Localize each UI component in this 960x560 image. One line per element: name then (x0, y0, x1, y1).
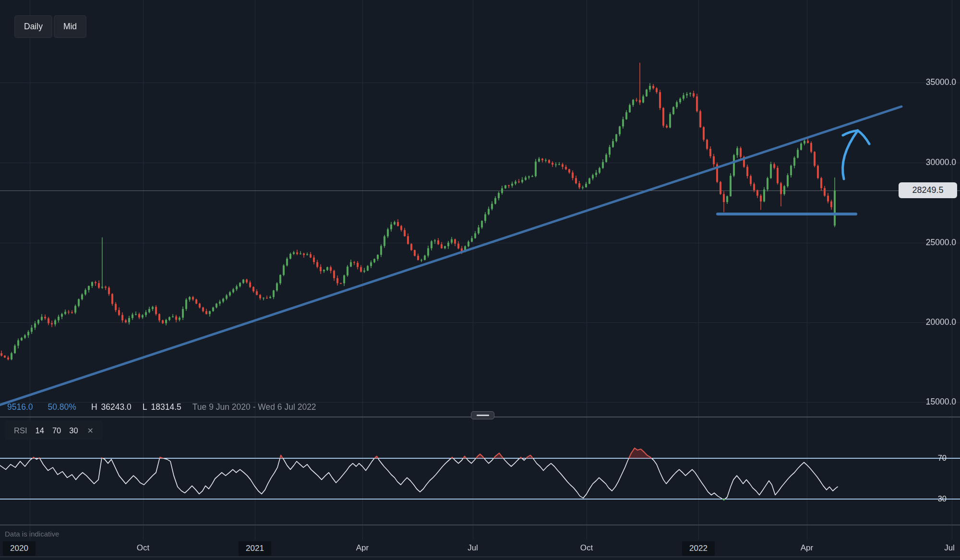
interval-daily-button[interactable]: Daily (14, 15, 52, 38)
time-axis-label: Apr (356, 543, 369, 553)
rsi-param-oversold: 30 (69, 426, 78, 435)
rsi-level-label: 30 (938, 494, 947, 503)
last-price-tag: 28249.5 (899, 182, 957, 198)
price-axis-label: 30000.0 (926, 157, 956, 167)
drag-handle-icon (477, 415, 489, 416)
rsi-remove-icon[interactable]: ✕ (87, 426, 94, 435)
time-axis-label: 2021 (239, 541, 271, 556)
trading-chart-app: Daily Mid 9516.0 50.80% H 36243.0 L 1831… (0, 0, 960, 560)
date-range: Tue 9 Jun 2020 - Wed 6 Jul 2022 (192, 402, 316, 412)
rsi-indicator-name: RSI (14, 426, 27, 435)
percent-change-value: 50.80% (48, 402, 76, 412)
open-value: 9516.0 (7, 402, 33, 412)
rsi-param-length: 14 (36, 426, 44, 435)
low-label: L (143, 402, 147, 412)
time-axis-label: Oct (137, 543, 149, 553)
rsi-level-label: 70 (938, 453, 947, 463)
rsi-param-overbought: 70 (52, 426, 61, 435)
pane-resize-handle[interactable] (471, 411, 494, 419)
symbol-info-bar: 9516.0 50.80% H 36243.0 L 18314.5 Tue 9 … (7, 401, 316, 413)
time-axis-label: 2020 (3, 541, 36, 556)
high-label: H (91, 402, 97, 412)
time-axis-top-border (0, 524, 960, 525)
price-axis-label: 25000.0 (926, 238, 956, 248)
time-axis-label: 2022 (682, 541, 715, 556)
time-axis-label: Jul (468, 543, 478, 553)
time-axis-bottom-border (0, 557, 960, 557)
toolbar: Daily Mid (14, 15, 86, 38)
price-axis-label: 35000.0 (926, 77, 956, 87)
price-axis-label: 20000.0 (926, 317, 956, 327)
time-axis-label: Jul (944, 543, 955, 553)
interval-mid-button[interactable]: Mid (54, 15, 86, 38)
chart-canvas[interactable] (0, 0, 960, 560)
data-indicative-note: Data is indicative (5, 530, 59, 538)
time-axis-label: Oct (580, 543, 593, 553)
rsi-legend[interactable]: RSI 14 70 30 ✕ (5, 421, 103, 440)
high-value: 36243.0 (101, 402, 132, 412)
low-value: 18314.5 (151, 402, 181, 412)
time-axis-label: Apr (801, 543, 813, 553)
price-axis-label: 15000.0 (926, 397, 956, 407)
